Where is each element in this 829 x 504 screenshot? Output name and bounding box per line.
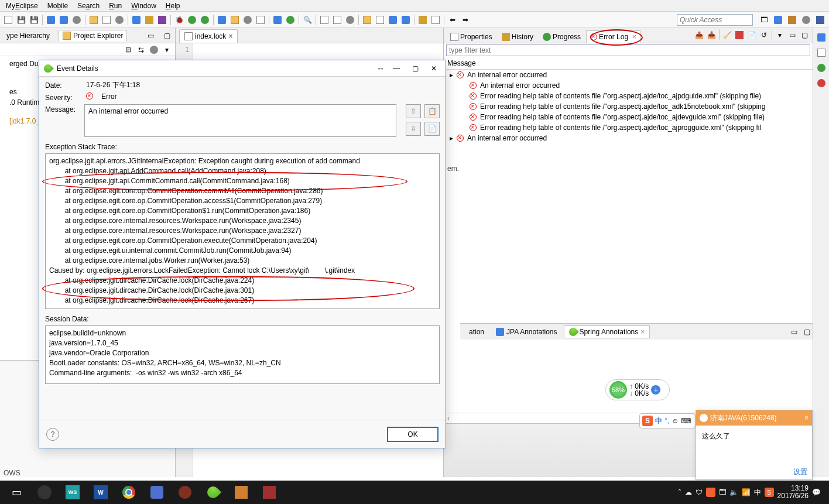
minimize-view-icon[interactable]: ▭: [145, 30, 156, 42]
tb-icon[interactable]: [131, 14, 142, 26]
errorlog-row[interactable]: An internal error occurred: [444, 80, 813, 91]
tray-volume-icon[interactable]: 🔈: [729, 488, 738, 496]
run-ext-icon[interactable]: [199, 14, 211, 26]
minimize-icon[interactable]: —: [389, 63, 403, 74]
maximize-icon[interactable]: ▢: [408, 63, 422, 74]
ok-button[interactable]: OK: [387, 427, 439, 442]
tb-icon[interactable]: [387, 14, 399, 26]
errorlog-row[interactable]: Error reading help table of contents fil…: [444, 101, 813, 112]
collapse-all-icon[interactable]: ⊟: [122, 44, 134, 56]
tray-show-hidden-icon[interactable]: ˄: [678, 488, 681, 496]
tb-icon[interactable]: [71, 14, 83, 26]
maximize-view-icon[interactable]: ▢: [161, 30, 173, 42]
tb-icon[interactable]: [374, 14, 386, 26]
tb-icon[interactable]: [58, 14, 70, 26]
errorlog-filter-input[interactable]: [446, 44, 810, 56]
perspective-icon[interactable]: [786, 13, 799, 26]
dialog-titlebar[interactable]: Event Details ↔ — ▢ ✕: [39, 60, 446, 77]
tray-battery-icon[interactable]: 🗔: [719, 488, 726, 496]
help-icon[interactable]: ?: [46, 428, 59, 441]
maximize-view-icon[interactable]: ▢: [799, 29, 810, 41]
errorlog-row[interactable]: Error reading help table of contents fil…: [444, 122, 813, 133]
tb-icon[interactable]: [45, 14, 57, 26]
tb-icon[interactable]: [361, 14, 373, 26]
tb-icon[interactable]: [143, 14, 155, 26]
open-button[interactable]: 📄: [424, 122, 440, 136]
maximize-view-icon[interactable]: ▢: [801, 326, 813, 338]
menu-window[interactable]: Window: [128, 2, 160, 10]
forward-icon[interactable]: ➡: [460, 14, 471, 26]
tb-icon[interactable]: [216, 14, 228, 26]
tray-network-icon[interactable]: 📶: [742, 488, 751, 496]
menu-run[interactable]: Run: [105, 2, 125, 10]
close-tab-icon[interactable]: ×: [632, 33, 636, 41]
menu-myeclipse[interactable]: MyEclipse: [2, 2, 42, 10]
tb-icon[interactable]: [255, 14, 266, 26]
clear-log-icon[interactable]: 🧹: [721, 29, 733, 41]
filter-icon[interactable]: [148, 44, 160, 56]
ime-mode[interactable]: 中: [655, 416, 662, 426]
minimize-view-icon[interactable]: ▭: [786, 29, 798, 41]
tb-icon[interactable]: [285, 14, 296, 26]
restore-log-icon[interactable]: ↺: [758, 29, 770, 41]
taskbar-app[interactable]: [228, 482, 254, 502]
tab-history[interactable]: History: [498, 30, 537, 43]
ime-punct-icon[interactable]: °,: [664, 417, 669, 425]
net-speed-widget[interactable]: 58% ↑ 0K/s ↓ 0K/s +: [605, 379, 670, 400]
qq-chat-popup[interactable]: 济南JAVA(61506248) × 这么久了 设置: [696, 410, 813, 480]
tb-icon[interactable]: [242, 14, 254, 26]
errorlog-row[interactable]: Error reading help table of contents fil…: [444, 112, 813, 122]
delete-log-icon[interactable]: [734, 29, 745, 41]
view-menu-icon[interactable]: ▾: [161, 44, 173, 56]
task-view-icon[interactable]: ▭: [4, 482, 29, 502]
taskbar-app[interactable]: [172, 482, 198, 502]
tray-icon[interactable]: 🛡: [696, 488, 703, 496]
tab-type-hierarchy[interactable]: ype Hierarchy: [2, 30, 54, 42]
tb-icon[interactable]: [156, 14, 168, 26]
tab-project-explorer[interactable]: Project Explorer: [59, 30, 127, 42]
errorlog-row[interactable]: ▸An internal error occurred: [444, 70, 813, 80]
menu-mobile[interactable]: Mobile: [44, 2, 71, 10]
debug-icon[interactable]: 🐞: [173, 14, 185, 26]
errorlog-row[interactable]: Error reading help table of contents fil…: [444, 91, 813, 101]
perspective-icon[interactable]: [800, 13, 813, 26]
tb-icon[interactable]: [331, 14, 343, 26]
tb-icon[interactable]: [400, 14, 412, 26]
next-event-button[interactable]: [406, 122, 421, 136]
tb-icon[interactable]: [229, 14, 241, 26]
ime-emoji-icon[interactable]: ☺: [672, 417, 679, 425]
tb-icon[interactable]: [88, 14, 100, 26]
taskbar-app-myeclipse[interactable]: [200, 482, 226, 502]
perspective-icon[interactable]: [814, 13, 827, 26]
view-menu-icon[interactable]: ▾: [774, 29, 786, 41]
trim-icon[interactable]: [816, 47, 827, 59]
errorlog-column-header[interactable]: Message: [444, 57, 813, 70]
save-icon[interactable]: 💾: [15, 14, 27, 26]
import-log-icon[interactable]: 📥: [705, 29, 717, 41]
close-tab-icon[interactable]: ×: [228, 32, 232, 40]
tab-ation[interactable]: ation: [464, 325, 489, 338]
taskbar-app-word[interactable]: W: [88, 482, 114, 502]
ime-keyboard-icon[interactable]: ⌨: [681, 417, 691, 425]
taskbar-app[interactable]: [144, 482, 170, 502]
tray-sogou-icon[interactable]: [706, 488, 715, 497]
tab-properties[interactable]: Properties: [446, 30, 496, 43]
tb-icon[interactable]: [101, 14, 112, 26]
link-editor-icon[interactable]: ⇆: [135, 44, 147, 56]
tab-error-log[interactable]: Error Log×: [586, 30, 640, 43]
tray-clock[interactable]: 13:19 2017/6/26: [777, 485, 809, 500]
trim-icon[interactable]: [816, 62, 827, 74]
perspective-jee-icon[interactable]: [772, 13, 785, 26]
menu-help[interactable]: Help: [162, 2, 184, 10]
save-all-icon[interactable]: 💾: [28, 14, 40, 26]
session-text[interactable]: eclipse.buildId=unknown java.version=1.7…: [45, 325, 440, 384]
expand-icon[interactable]: ▸: [450, 71, 453, 79]
tab-jpa-annotations[interactable]: JPA Annotations: [491, 325, 563, 338]
open-perspective-icon[interactable]: 🗔: [758, 13, 770, 26]
tb-icon[interactable]: [344, 14, 356, 26]
editor-tab-indexlock[interactable]: index.lock ×: [179, 29, 238, 43]
tb-icon[interactable]: [318, 14, 330, 26]
tray-notifications-icon[interactable]: 💬: [812, 488, 821, 496]
close-icon[interactable]: ✕: [427, 63, 441, 74]
tab-spring-annotations[interactable]: Spring Annotations×: [564, 325, 650, 338]
